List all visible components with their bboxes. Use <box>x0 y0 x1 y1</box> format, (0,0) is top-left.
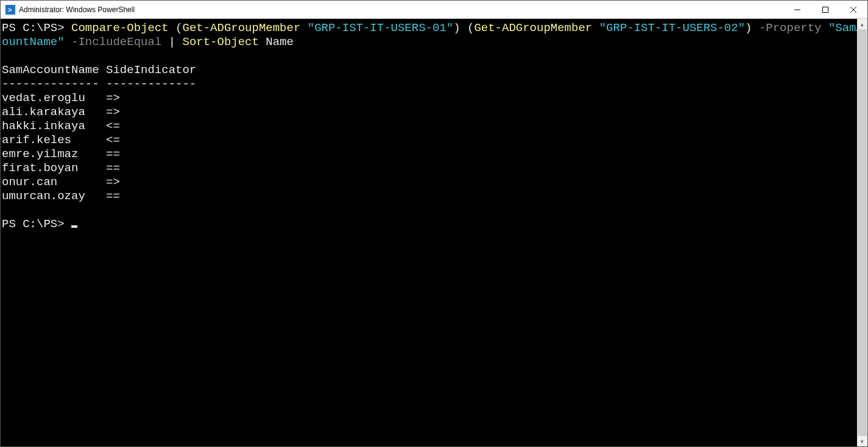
window-title: Administrator: Windows PowerShell <box>19 5 135 14</box>
svg-rect-1 <box>823 7 828 12</box>
string-arg: "GRP-IST-IT-USERS-01" <box>300 21 453 35</box>
powershell-icon <box>5 5 15 15</box>
string-arg: ountName" <box>2 35 65 49</box>
scroll-thumb[interactable] <box>858 29 867 436</box>
cmdlet: Sort-Object <box>182 35 258 49</box>
minimize-button[interactable] <box>783 1 811 19</box>
close-button[interactable] <box>839 1 867 19</box>
scroll-track[interactable] <box>857 29 867 436</box>
table-divider: -------------- ------------- <box>2 77 196 91</box>
terminal-output[interactable]: PS C:\PS> Compare-Object (Get-ADGroupMem… <box>1 19 867 446</box>
cmdlet: Get-ADGroupMember <box>182 21 300 35</box>
maximize-button[interactable] <box>811 1 839 19</box>
scrollbar[interactable]: ▴ ▾ <box>857 19 867 446</box>
parameter: -IncludeEqual <box>65 35 162 49</box>
titlebar: Administrator: Windows PowerShell <box>1 1 867 19</box>
cursor <box>71 225 77 228</box>
prompt: PS C:\PS> <box>2 217 65 231</box>
cmdlet: Compare-Object <box>71 21 169 35</box>
scroll-down-button[interactable]: ▾ <box>857 436 867 446</box>
string-arg: "GRP-IST-IT-USERS-02" <box>592 21 745 35</box>
table-header: SamAccountName SideIndicator <box>2 63 196 77</box>
prompt: PS C:\PS> <box>2 21 65 35</box>
parameter: -Property <box>759 21 822 35</box>
table-rows: vedat.eroglu => ali.karakaya => hakki.in… <box>2 91 120 203</box>
cmdlet: Get-ADGroupMember <box>474 21 592 35</box>
scroll-up-button[interactable]: ▴ <box>857 19 867 29</box>
